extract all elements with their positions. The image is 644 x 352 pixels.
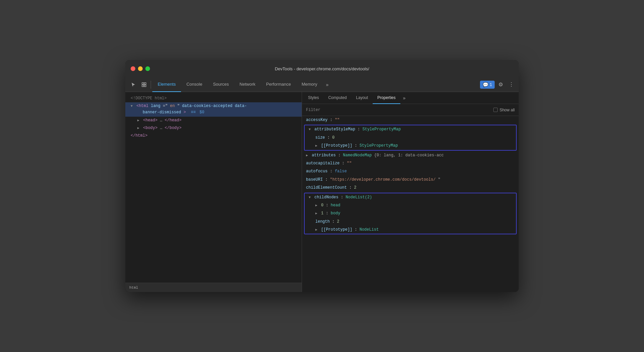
dom-head[interactable]: ▶ <head> … </head> [132, 117, 302, 124]
prop-prototype-nodelist[interactable]: ▶ [[Prototype]] : NodeList [311, 226, 516, 234]
prop-size: size : 0 [311, 134, 516, 142]
tab-sources[interactable]: Sources [208, 77, 234, 92]
titlebar: DevTools - developer.chrome.com/docs/dev… [125, 60, 519, 77]
prop-child-1[interactable]: ▶ 1 : body [311, 209, 516, 217]
expand-icon[interactable]: ▶ [315, 144, 317, 148]
filter-input[interactable]: Filter [306, 108, 493, 112]
dom-html-close: </html> [125, 132, 302, 140]
more-tabs-button[interactable]: » [323, 80, 332, 89]
minimize-button[interactable] [138, 66, 143, 71]
dom-body[interactable]: ▶ <body> … </body> [132, 124, 302, 132]
prop-length: length : 2 [311, 218, 516, 226]
tab-performance[interactable]: Performance [261, 77, 296, 92]
more-options-button[interactable]: ⋮ [507, 80, 516, 89]
tab-memory[interactable]: Memory [296, 77, 323, 92]
filter-row: Filter Show all [302, 104, 519, 116]
window-title: DevTools - developer.chrome.com/docs/dev… [275, 66, 369, 71]
maximize-button[interactable] [145, 66, 150, 71]
child-nodes-box: ▼ childNodes : NodeList(2) ▶ 0 : head ▶ … [304, 193, 517, 235]
tab-computed[interactable]: Computed [324, 92, 351, 104]
show-all-label: Show all [500, 108, 515, 112]
dom-panel: <!DOCTYPE html> ▼ <html lang =" en " dat… [125, 92, 302, 292]
svg-rect-2 [142, 85, 144, 87]
prop-attribute-style-map[interactable]: ▼ attributeStyleMap : StylePropertyMap [305, 125, 516, 133]
properties-list[interactable]: accessKey : "" ▼ attributeStyleMap : Sty… [302, 116, 519, 292]
tab-console[interactable]: Console [181, 77, 208, 92]
dom-doctype: <!DOCTYPE html> [125, 95, 302, 102]
collapse-icon[interactable]: ▼ [131, 104, 133, 108]
svg-rect-1 [144, 83, 146, 84]
tab-layout[interactable]: Layout [351, 92, 373, 104]
expand-icon[interactable]: ▶ [306, 154, 308, 157]
dom-html-element[interactable]: ▼ <html lang =" en " data-cookies-accept… [125, 102, 302, 116]
collapse-icon[interactable]: ▼ [309, 128, 311, 131]
tab-elements[interactable]: Elements [152, 77, 181, 92]
collapse-icon[interactable]: ▼ [309, 196, 311, 199]
expand-icon[interactable]: ▶ [315, 228, 317, 232]
prop-child-0[interactable]: ▶ 0 : head [311, 201, 516, 209]
main-content: <!DOCTYPE html> ▼ <html lang =" en " dat… [125, 92, 519, 292]
show-all-checkbox[interactable] [493, 108, 498, 112]
devtools-toolbar: Elements Console Sources Network Perform… [125, 77, 519, 92]
prop-autocapitalize: autocapitalize : "" [302, 159, 519, 167]
dom-tree[interactable]: <!DOCTYPE html> ▼ <html lang =" en " dat… [125, 92, 302, 283]
traffic-lights [131, 66, 150, 71]
prop-autofocus: autofocus : false [302, 167, 519, 175]
close-button[interactable] [131, 66, 135, 71]
prop-child-nodes[interactable]: ▼ childNodes : NodeList(2) [305, 193, 516, 201]
properties-panel: Styles Computed Layout Properties » Filt… [302, 92, 519, 292]
tab-properties[interactable]: Properties [373, 92, 400, 104]
svg-rect-3 [144, 85, 146, 87]
breadcrumb-bar: html [125, 283, 302, 292]
inspect-icon[interactable] [139, 79, 149, 90]
expand-icon[interactable]: ▶ [137, 126, 139, 130]
svg-rect-0 [142, 83, 144, 84]
expand-icon[interactable]: ▶ [315, 204, 317, 207]
devtools-window: DevTools - developer.chrome.com/docs/dev… [125, 60, 519, 292]
expand-icon[interactable]: ▶ [315, 212, 317, 215]
toolbar-right: 💬 1 ⚙ ⋮ [480, 80, 516, 89]
show-all-row: Show all [493, 108, 515, 112]
prop-access-key: accessKey : "" [302, 116, 519, 124]
tab-network[interactable]: Network [234, 77, 261, 92]
breadcrumb-html: html [129, 286, 138, 290]
more-right-tabs-button[interactable]: » [402, 95, 407, 101]
prop-base-uri: baseURI : "https://developer.chrome.com/… [302, 176, 519, 184]
prop-child-element-count: childElementCount : 2 [302, 184, 519, 192]
prop-attributes[interactable]: ▶ attributes : NamedNodeMap {0: lang, 1:… [302, 151, 519, 159]
expand-icon[interactable]: ▶ [137, 119, 139, 122]
prop-prototype-style[interactable]: ▶ [[Prototype]] : StylePropertyMap [311, 142, 516, 150]
cursor-icon[interactable] [128, 79, 139, 90]
attribute-style-map-box: ▼ attributeStyleMap : StylePropertyMap s… [304, 125, 517, 150]
right-panel-tabs: Styles Computed Layout Properties » [302, 92, 519, 104]
settings-button[interactable]: ⚙ [496, 80, 505, 89]
tab-styles[interactable]: Styles [303, 92, 324, 104]
notifications-badge[interactable]: 💬 1 [480, 81, 495, 89]
toolbar-divider [151, 81, 151, 89]
